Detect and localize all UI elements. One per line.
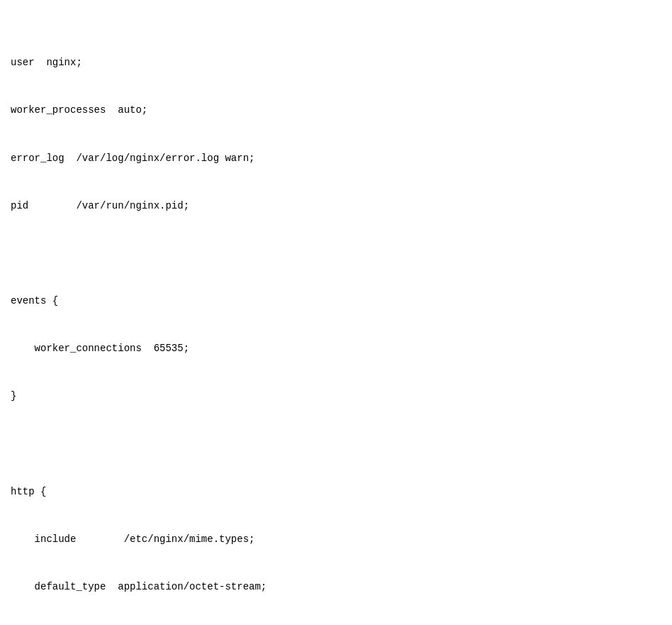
line-events-open: events { — [11, 293, 661, 309]
code-container: user nginx; worker_processes auto; error… — [11, 7, 661, 625]
line-empty-2 — [11, 436, 661, 452]
line-worker-connections: worker_connections 65535; — [11, 341, 661, 356]
line-empty-1 — [11, 245, 661, 261]
line-include: include /etc/nginx/mime.types; — [11, 531, 661, 547]
line-user: user nginx; — [11, 55, 661, 70]
line-worker-processes: worker_processes auto; — [11, 102, 661, 118]
line-events-close: } — [11, 388, 661, 404]
line-pid: pid /var/run/nginx.pid; — [11, 198, 661, 214]
line-error-log: error_log /var/log/nginx/error.log warn; — [11, 150, 661, 166]
line-http-open: http { — [11, 484, 661, 499]
line-default-type: default_type application/octet-stream; — [11, 579, 661, 594]
